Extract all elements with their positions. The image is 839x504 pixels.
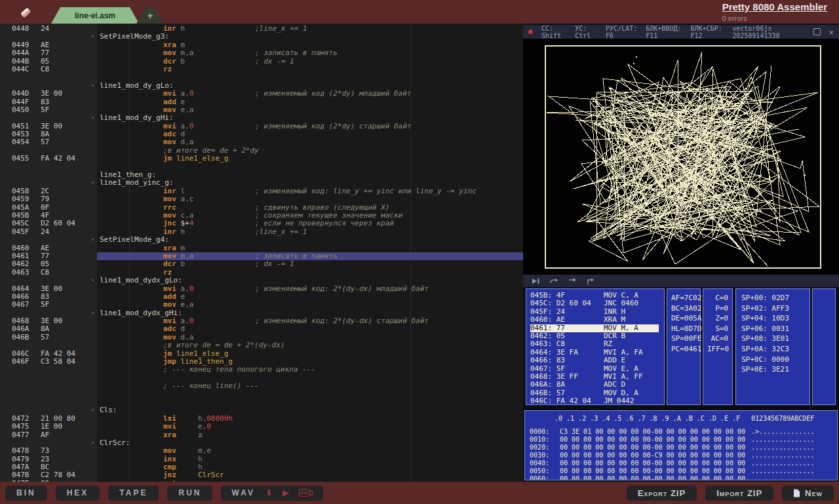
close-window-icon[interactable]: ✕: [829, 28, 834, 37]
asm-line[interactable]: 04675Fmov e,a: [0, 301, 523, 309]
hint-blkvvod: БЛК+ВВОД: F11: [646, 25, 682, 39]
asm-line[interactable]: 047221 00 80lxi h,08000h: [0, 415, 523, 423]
wav-label: WAV: [231, 488, 254, 497]
import-zip-button[interactable]: Import ZIP: [705, 486, 773, 501]
hexdump-header: .0 .1 .2 .3 .4 .5 .6 .7 .8 .9 .A .B .C .…: [525, 415, 837, 423]
eraser-icon[interactable]: [18, 5, 33, 20]
new-file-label: New: [805, 488, 823, 498]
register-value: DE=005A: [671, 313, 700, 324]
asm-line[interactable]: 045F24inr h;line_x += 1: [0, 228, 523, 236]
asm-line[interactable]: 044D3E 00mvi a,0; изменяемый код (2*dy) …: [0, 90, 523, 98]
asm-line[interactable]: 046CFA 42 04jm line1_else_g: [0, 350, 523, 358]
asm-line[interactable]: 04582Cinr l; изменяемый код: line_y += y…: [0, 187, 523, 195]
step-over-icon[interactable]: [549, 277, 558, 285]
hint-ruslat: РУС/LAT: F6: [606, 25, 637, 39]
asm-line[interactable]: 046683add e: [0, 293, 523, 301]
asm-line[interactable]: ;в итоге de= de + 2*dy: [0, 147, 523, 155]
step-into-icon[interactable]: [568, 277, 577, 285]
top-bar: line-ei.asm + Pretty 8080 Assembler 0 er…: [0, 0, 839, 24]
asm-line[interactable]: 04513E 00mvi a,0; изменяемый код (2*dy) …: [0, 123, 523, 130]
asm-line[interactable]: 04751E 00mvi e,0: [0, 423, 523, 431]
tab-file-label: line-ei.asm: [75, 11, 115, 20]
cassette-icon[interactable]: [299, 489, 313, 497]
hint-blksbr: БЛК+СБР: F12: [690, 25, 724, 39]
asm-line[interactable]: ; --- конец тела пологого цикла ---: [0, 366, 523, 374]
asm-line[interactable]: [0, 374, 523, 382]
asm-line[interactable]: 0463C8rz: [0, 269, 523, 277]
disasm-row[interactable]: 0466: 83ADD E: [530, 357, 664, 364]
flag-value: C=0: [707, 293, 732, 303]
wav-download-icon[interactable]: ⬇: [265, 488, 272, 497]
asm-line[interactable]: 04683E 00mvi a,0; изменяемый код: 2*(dy-…: [0, 317, 523, 325]
memory-hexdump-panel[interactable]: .0 .1 .2 .3 .4 .5 .6 .7 .8 .9 .A .B .C .…: [524, 410, 838, 480]
asm-line[interactable]: ;в итоге de = de + 2*(dy-dx): [0, 341, 523, 349]
disasm-row[interactable]: 046A: 8AADC D: [530, 381, 664, 389]
wav-button[interactable]: WAV ⬇ ▶: [221, 486, 323, 501]
asm-line[interactable]: 044B05dcr b; dx -= 1: [0, 58, 523, 66]
debugger-toolbar: [523, 275, 839, 287]
hexdump-row: 0060:00 00 00 00 00 00 00 00-00 00 00 00…: [525, 475, 837, 480]
asm-line[interactable]: ; --- конец line() ---: [0, 382, 523, 390]
asm-line[interactable]: 04505Fmov e,a: [0, 106, 523, 114]
asm-line[interactable]: ▾line1_mod_yinc_g:: [0, 179, 523, 187]
new-tab-button[interactable]: +: [136, 7, 164, 24]
plus-icon: +: [147, 10, 153, 21]
step-out-icon[interactable]: [586, 277, 595, 285]
document-icon: [793, 489, 800, 497]
asm-line[interactable]: line1_then_g:: [0, 171, 523, 179]
hint-us: УС: Ctrl: [575, 25, 597, 39]
asm-line[interactable]: 0455FA 42 04jm line1_else_g: [0, 155, 523, 163]
debugger-panels: 045B: 4FMOV C, A045C: D2 60 04JNC 046004…: [523, 287, 839, 409]
asm-line[interactable]: 047923inx h: [0, 456, 523, 463]
asm-line[interactable]: 04538Aadc d: [0, 130, 523, 138]
hex-button[interactable]: HEX: [56, 486, 100, 501]
disasm-row[interactable]: 045C: D2 60 04JNC 0460: [530, 300, 664, 307]
tab-file[interactable]: line-ei.asm: [51, 7, 139, 24]
disasm-row[interactable]: 0460: AEXRA M: [530, 316, 664, 324]
new-file-button[interactable]: New: [782, 486, 834, 501]
restore-window-icon[interactable]: [813, 28, 821, 35]
asm-line[interactable]: ▾SetPixelMode_g3:: [0, 33, 523, 41]
asm-line[interactable]: ▾line1_mod_dydx_gLo:: [0, 277, 523, 284]
asm-line[interactable]: 047BC2 78 04jnz ClrScr: [0, 471, 523, 479]
emulator-screen[interactable]: [523, 39, 839, 275]
asm-line[interactable]: [0, 398, 523, 406]
disasm-row[interactable]: 046C: FA 42 04JM 0442: [530, 397, 664, 405]
app-title-link[interactable]: Pretty 8080 Assembler: [722, 1, 827, 12]
wav-play-icon[interactable]: ▶: [283, 488, 288, 497]
asm-line[interactable]: [0, 73, 523, 81]
asm-line[interactable]: 044A77mov m,a; записать в память: [0, 49, 523, 57]
asm-line[interactable]: [0, 163, 523, 171]
asm-line[interactable]: 046205dcr b; dx -= 1: [0, 260, 523, 268]
asm-line[interactable]: 046A8Aadc d: [0, 325, 523, 333]
code-editor[interactable]: 044824inr h;line_x += 1▾SetPixelMode_g3:…: [0, 24, 523, 482]
register-value: AF=7C02: [671, 293, 700, 303]
registers-panel: AF=7C02BC=3A02DE=005AHL=8D7DSP=00FEPC=04…: [667, 288, 701, 405]
disasm-row[interactable]: 0463: C8RZ: [530, 340, 664, 348]
asm-line[interactable]: [0, 391, 523, 398]
export-zip-button[interactable]: Export ZIP: [627, 486, 697, 501]
asm-line[interactable]: 04643E 00mvi a,0; изменяемый код: 2*(dy-…: [0, 285, 523, 293]
run-button[interactable]: RUN: [167, 486, 212, 501]
asm-line[interactable]: 044824inr h;line_x += 1: [0, 25, 523, 33]
asm-line[interactable]: 047ABCcmp h: [0, 463, 523, 471]
tape-button[interactable]: TAPE: [108, 486, 159, 501]
asm-line[interactable]: 045457mov d,a: [0, 138, 523, 146]
stack-value: SP+02: AFF3: [741, 303, 810, 314]
asm-line[interactable]: ▾line1_mod_dy_gHi:: [0, 114, 523, 122]
asm-line[interactable]: ▾SetPixelMode_g4:: [0, 236, 523, 244]
bin-button[interactable]: BIN: [5, 486, 47, 501]
asm-line[interactable]: 045979mov a,c: [0, 195, 523, 203]
asm-line[interactable]: ▾Cls:: [0, 406, 523, 414]
disassembly-panel[interactable]: 045B: 4FMOV C, A045C: D2 60 04JNC 046004…: [526, 288, 665, 405]
asm-line[interactable]: 044CC8rz: [0, 66, 523, 73]
asm-line[interactable]: 045CD2 60 04jnc $+4; если не провернулся…: [0, 220, 523, 227]
asm-line[interactable]: 044F83add e: [0, 98, 523, 106]
run-pause-icon[interactable]: [531, 277, 540, 285]
hexdump-row: 0030:00 00 00 00 00 00 00 00-C9 00 00 00…: [525, 452, 837, 459]
asm-line[interactable]: 047873mov m,e: [0, 447, 523, 455]
asm-line[interactable]: ▾ClrScr:: [0, 439, 523, 447]
asm-line[interactable]: 0477AFxra a: [0, 431, 523, 439]
bottom-toolbar: BIN HEX TAPE RUN WAV ⬇ ▶ Export ZIP Impo…: [0, 482, 839, 504]
stack-value: SP+0E: 3E21: [741, 364, 810, 375]
